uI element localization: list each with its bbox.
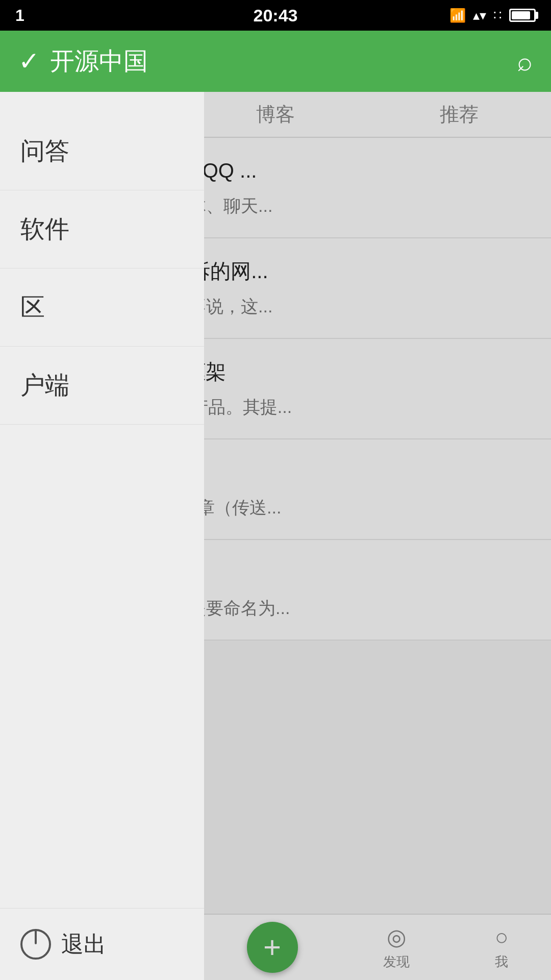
status-bar: 1 20:43 📶 ▴▾ ∷ <box>0 0 551 31</box>
notification-badge: 1 <box>15 6 24 25</box>
bluetooth-icon: 📶 <box>449 8 466 23</box>
add-icon[interactable]: + <box>247 922 298 973</box>
clock: 20:43 <box>254 6 298 26</box>
discover-label: 发现 <box>383 953 410 971</box>
discover-nav-item[interactable]: ◎ 发现 <box>383 924 410 971</box>
app-bar: ✓ 开源中国 ⌕ <box>0 31 551 92</box>
search-icon[interactable]: ⌕ <box>517 46 533 77</box>
eye-icon: ◎ <box>387 924 406 950</box>
tab-blog[interactable]: 博客 <box>184 92 367 137</box>
person-icon: ○ <box>495 924 509 950</box>
sidebar-items: 问答 软件 区 户端 <box>0 92 204 425</box>
tab-recommended[interactable]: 推荐 <box>367 92 551 137</box>
wifi-icon: ▴▾ <box>473 8 486 23</box>
status-icons: 📶 ▴▾ ∷ <box>449 8 536 23</box>
sidebar-item-software[interactable]: 软件 <box>0 190 204 268</box>
profile-label: 我 <box>495 953 508 971</box>
sidebar-item-qa[interactable]: 问答 <box>0 112 204 190</box>
signal-icon: ∷ <box>493 8 502 23</box>
logout-label[interactable]: 退出 <box>61 929 106 960</box>
profile-nav-item[interactable]: ○ 我 <box>495 924 509 971</box>
sidebar-item-client[interactable]: 户端 <box>0 347 204 425</box>
bottom-nav: + ◎ 发现 ○ 我 <box>204 914 551 980</box>
battery-icon <box>509 9 536 22</box>
sidebar-item-community[interactable]: 区 <box>0 268 204 347</box>
fab-add-button[interactable]: + <box>247 922 298 973</box>
sidebar: 问答 软件 区 户端 退出 <box>0 92 204 980</box>
app-logo-icon: ✓ <box>18 48 40 74</box>
app-bar-left: ✓ 开源中国 <box>18 45 148 78</box>
sidebar-footer: 退出 <box>0 908 204 980</box>
app-title: 开源中国 <box>50 45 148 78</box>
main-layout: 文 博客 推荐 荐 —— Qt 实现高仿 QQ ... ，后续版本会增加主窗体、… <box>0 92 551 980</box>
power-icon[interactable] <box>20 929 51 960</box>
